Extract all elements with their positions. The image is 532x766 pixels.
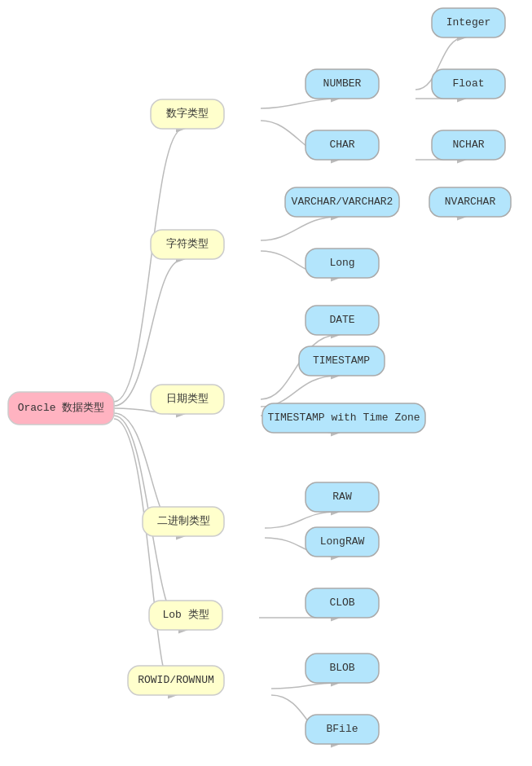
numeric-label: 数字类型 [166, 107, 209, 120]
binary-label: 二进制类型 [157, 515, 210, 527]
clob-label: CLOB [329, 597, 354, 609]
blob-label: BLOB [329, 662, 354, 674]
varchar-label: VARCHAR/VARCHAR2 [292, 196, 394, 208]
lob-label: Lob 类型 [162, 609, 209, 621]
oracle-data-type-diagram: Oracle 数据类型 数字类型 字符类型 日期类型 二进制类型 Lob 类型 … [0, 0, 532, 766]
nvarchar-label: NVARCHAR [445, 196, 496, 208]
char-label: CHAR [329, 139, 354, 151]
date-label: 日期类型 [166, 393, 209, 405]
timestamp-label: TIMESTAMP [313, 354, 370, 367]
root-label: Oracle 数据类型 [18, 402, 105, 414]
long-label: Long [329, 257, 354, 269]
raw-label: RAW [332, 491, 352, 503]
bfile-label: BFile [326, 723, 358, 735]
timestamp-tz-label: TIMESTAMP with Time Zone [267, 412, 420, 424]
float-label: Float [452, 77, 484, 90]
string-label: 字符类型 [166, 237, 209, 250]
longraw-label: LongRAW [320, 535, 365, 548]
integer-label: Integer [446, 16, 491, 29]
date-leaf-label: DATE [329, 314, 354, 326]
rowid-label: ROWID/ROWNUM [138, 674, 214, 686]
number-label: NUMBER [323, 77, 362, 90]
nchar-label: NCHAR [452, 139, 484, 151]
